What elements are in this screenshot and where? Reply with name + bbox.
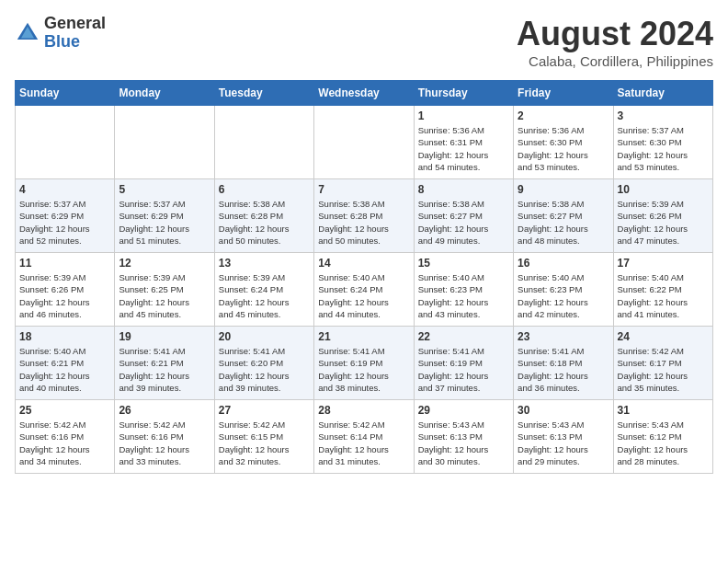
- day-number: 5: [119, 183, 210, 196]
- calendar-cell: [16, 106, 115, 179]
- day-number: 7: [318, 183, 409, 196]
- calendar-cell: 21Sunrise: 5:41 AM Sunset: 6:19 PM Dayli…: [314, 327, 414, 400]
- calendar-cell: 5Sunrise: 5:37 AM Sunset: 6:29 PM Daylig…: [115, 179, 214, 253]
- day-info: Sunrise: 5:36 AM Sunset: 6:30 PM Dayligh…: [518, 124, 609, 173]
- day-number: 10: [618, 183, 709, 196]
- calendar-cell: [214, 106, 313, 179]
- day-info: Sunrise: 5:42 AM Sunset: 6:14 PM Dayligh…: [318, 419, 409, 467]
- calendar-cell: 13Sunrise: 5:39 AM Sunset: 6:24 PM Dayli…: [214, 253, 313, 327]
- title-block: August 2024 Calaba, Cordillera, Philippi…: [517, 15, 713, 69]
- calendar-header-saturday: Saturday: [613, 81, 712, 106]
- day-number: 28: [318, 404, 409, 417]
- calendar-cell: 26Sunrise: 5:42 AM Sunset: 6:16 PM Dayli…: [115, 400, 214, 474]
- logo-general: General: [44, 14, 106, 32]
- calendar-header-friday: Friday: [514, 81, 613, 106]
- calendar-cell: 10Sunrise: 5:39 AM Sunset: 6:26 PM Dayli…: [613, 179, 712, 253]
- calendar-week-row: 18Sunrise: 5:40 AM Sunset: 6:21 PM Dayli…: [16, 327, 713, 400]
- day-info: Sunrise: 5:39 AM Sunset: 6:26 PM Dayligh…: [19, 271, 110, 320]
- day-info: Sunrise: 5:37 AM Sunset: 6:30 PM Dayligh…: [618, 124, 709, 173]
- calendar-cell: 14Sunrise: 5:40 AM Sunset: 6:24 PM Dayli…: [314, 253, 414, 327]
- day-info: Sunrise: 5:39 AM Sunset: 6:24 PM Dayligh…: [219, 271, 310, 320]
- calendar-week-row: 25Sunrise: 5:42 AM Sunset: 6:16 PM Dayli…: [16, 400, 713, 474]
- day-info: Sunrise: 5:36 AM Sunset: 6:31 PM Dayligh…: [418, 124, 509, 173]
- calendar-table: SundayMondayTuesdayWednesdayThursdayFrid…: [15, 80, 713, 474]
- day-info: Sunrise: 5:38 AM Sunset: 6:27 PM Dayligh…: [418, 198, 509, 247]
- day-info: Sunrise: 5:40 AM Sunset: 6:23 PM Dayligh…: [418, 271, 509, 320]
- calendar-cell: 25Sunrise: 5:42 AM Sunset: 6:16 PM Dayli…: [16, 400, 115, 474]
- day-number: 9: [518, 183, 609, 196]
- day-info: Sunrise: 5:40 AM Sunset: 6:24 PM Dayligh…: [318, 271, 409, 320]
- calendar-cell: 19Sunrise: 5:41 AM Sunset: 6:21 PM Dayli…: [115, 327, 214, 400]
- day-number: 12: [119, 257, 210, 270]
- calendar-cell: 28Sunrise: 5:42 AM Sunset: 6:14 PM Dayli…: [314, 400, 414, 474]
- day-info: Sunrise: 5:41 AM Sunset: 6:19 PM Dayligh…: [318, 345, 409, 394]
- day-number: 25: [19, 404, 110, 417]
- day-number: 8: [418, 183, 509, 196]
- day-info: Sunrise: 5:41 AM Sunset: 6:20 PM Dayligh…: [219, 345, 310, 394]
- day-info: Sunrise: 5:40 AM Sunset: 6:23 PM Dayligh…: [518, 271, 609, 320]
- calendar-cell: 9Sunrise: 5:38 AM Sunset: 6:27 PM Daylig…: [514, 179, 613, 253]
- day-number: 14: [318, 257, 409, 270]
- day-info: Sunrise: 5:41 AM Sunset: 6:19 PM Dayligh…: [418, 345, 509, 394]
- day-number: 21: [318, 330, 409, 343]
- calendar-cell: 1Sunrise: 5:36 AM Sunset: 6:31 PM Daylig…: [414, 106, 513, 179]
- day-info: Sunrise: 5:38 AM Sunset: 6:28 PM Dayligh…: [318, 198, 409, 247]
- day-info: Sunrise: 5:42 AM Sunset: 6:15 PM Dayligh…: [219, 419, 310, 467]
- day-number: 18: [19, 330, 110, 343]
- day-info: Sunrise: 5:41 AM Sunset: 6:18 PM Dayligh…: [518, 345, 609, 394]
- day-number: 29: [418, 404, 509, 417]
- day-number: 1: [418, 109, 509, 122]
- logo: General Blue: [15, 15, 106, 52]
- calendar-cell: [115, 106, 214, 179]
- day-number: 3: [618, 109, 709, 122]
- calendar-header-row: SundayMondayTuesdayWednesdayThursdayFrid…: [16, 81, 713, 106]
- calendar-cell: 11Sunrise: 5:39 AM Sunset: 6:26 PM Dayli…: [16, 253, 115, 327]
- calendar-week-row: 11Sunrise: 5:39 AM Sunset: 6:26 PM Dayli…: [16, 253, 713, 327]
- calendar-header-thursday: Thursday: [414, 81, 513, 106]
- calendar-cell: 7Sunrise: 5:38 AM Sunset: 6:28 PM Daylig…: [314, 179, 414, 253]
- day-number: 19: [119, 330, 210, 343]
- calendar-cell: 31Sunrise: 5:43 AM Sunset: 6:12 PM Dayli…: [613, 400, 712, 474]
- calendar-week-row: 4Sunrise: 5:37 AM Sunset: 6:29 PM Daylig…: [16, 179, 713, 253]
- calendar-cell: 18Sunrise: 5:40 AM Sunset: 6:21 PM Dayli…: [16, 327, 115, 400]
- calendar-cell: 24Sunrise: 5:42 AM Sunset: 6:17 PM Dayli…: [613, 327, 712, 400]
- calendar-cell: 29Sunrise: 5:43 AM Sunset: 6:13 PM Dayli…: [414, 400, 513, 474]
- calendar-cell: 16Sunrise: 5:40 AM Sunset: 6:23 PM Dayli…: [514, 253, 613, 327]
- calendar-cell: 22Sunrise: 5:41 AM Sunset: 6:19 PM Dayli…: [414, 327, 513, 400]
- day-info: Sunrise: 5:42 AM Sunset: 6:16 PM Dayligh…: [19, 419, 110, 467]
- calendar-cell: 17Sunrise: 5:40 AM Sunset: 6:22 PM Dayli…: [613, 253, 712, 327]
- day-info: Sunrise: 5:40 AM Sunset: 6:21 PM Dayligh…: [19, 345, 110, 394]
- day-number: 2: [518, 109, 609, 122]
- day-number: 26: [119, 404, 210, 417]
- calendar-header-sunday: Sunday: [16, 81, 115, 106]
- day-number: 17: [618, 257, 709, 270]
- calendar-cell: 2Sunrise: 5:36 AM Sunset: 6:30 PM Daylig…: [514, 106, 613, 179]
- calendar-cell: 3Sunrise: 5:37 AM Sunset: 6:30 PM Daylig…: [613, 106, 712, 179]
- day-number: 23: [518, 330, 609, 343]
- calendar-body: 1Sunrise: 5:36 AM Sunset: 6:31 PM Daylig…: [16, 106, 713, 474]
- day-info: Sunrise: 5:42 AM Sunset: 6:16 PM Dayligh…: [119, 419, 210, 467]
- day-info: Sunrise: 5:43 AM Sunset: 6:13 PM Dayligh…: [418, 419, 509, 467]
- logo-text: General Blue: [44, 15, 106, 52]
- calendar-cell: 8Sunrise: 5:38 AM Sunset: 6:27 PM Daylig…: [414, 179, 513, 253]
- calendar-cell: 23Sunrise: 5:41 AM Sunset: 6:18 PM Dayli…: [514, 327, 613, 400]
- day-info: Sunrise: 5:43 AM Sunset: 6:13 PM Dayligh…: [518, 419, 609, 467]
- day-number: 6: [219, 183, 310, 196]
- day-number: 22: [418, 330, 509, 343]
- day-info: Sunrise: 5:39 AM Sunset: 6:26 PM Dayligh…: [618, 198, 709, 247]
- day-info: Sunrise: 5:40 AM Sunset: 6:22 PM Dayligh…: [618, 271, 709, 320]
- calendar-cell: 15Sunrise: 5:40 AM Sunset: 6:23 PM Dayli…: [414, 253, 513, 327]
- day-number: 11: [19, 257, 110, 270]
- day-number: 16: [518, 257, 609, 270]
- day-info: Sunrise: 5:42 AM Sunset: 6:17 PM Dayligh…: [618, 345, 709, 394]
- day-info: Sunrise: 5:38 AM Sunset: 6:28 PM Dayligh…: [219, 198, 310, 247]
- day-info: Sunrise: 5:37 AM Sunset: 6:29 PM Dayligh…: [19, 198, 110, 247]
- calendar-cell: 27Sunrise: 5:42 AM Sunset: 6:15 PM Dayli…: [214, 400, 313, 474]
- calendar-cell: 4Sunrise: 5:37 AM Sunset: 6:29 PM Daylig…: [16, 179, 115, 253]
- day-number: 4: [19, 183, 110, 196]
- calendar-cell: 12Sunrise: 5:39 AM Sunset: 6:25 PM Dayli…: [115, 253, 214, 327]
- logo-blue: Blue: [44, 32, 80, 51]
- logo-icon: [15, 20, 40, 46]
- calendar-cell: [314, 106, 414, 179]
- calendar-cell: 30Sunrise: 5:43 AM Sunset: 6:13 PM Dayli…: [514, 400, 613, 474]
